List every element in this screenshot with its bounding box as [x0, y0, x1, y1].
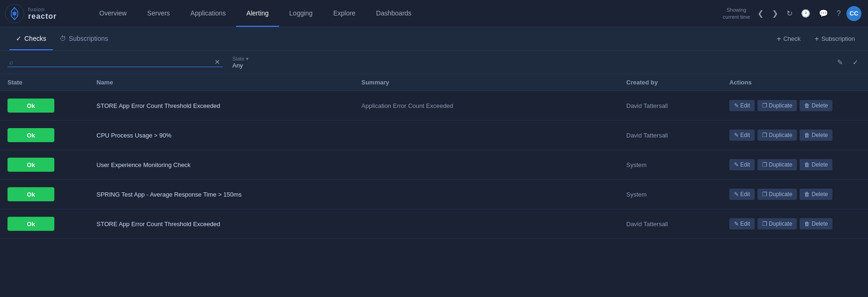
table-row: Ok SPRING Test App - Average Response Ti… — [0, 180, 868, 209]
nav-back-button[interactable]: ❮ — [755, 7, 766, 20]
table-header: State Name Summary Created by Actions — [0, 74, 868, 91]
nav-forward-button[interactable]: ❯ — [769, 7, 781, 20]
history-button[interactable]: 🕑 — [798, 7, 813, 20]
col-header-summary: Summary — [362, 79, 627, 86]
actions-cell-1: ✎ Edit ❐ Duplicate 🗑 Delete — [729, 129, 861, 141]
edit-columns-button[interactable]: ✎ — [835, 56, 845, 69]
filter-bar: ⌕ ✕ State ▾ Any ✎ ✓ — [0, 51, 868, 74]
delete-button-1[interactable]: 🗑 Delete — [800, 129, 832, 141]
nav-item-overview[interactable]: Overview — [89, 0, 137, 27]
add-check-plus-icon: + — [777, 35, 781, 43]
add-subscription-plus-icon: + — [815, 35, 819, 43]
state-badge-3: Ok — [7, 187, 54, 201]
state-badge-4: Ok — [7, 217, 54, 231]
delete-button-4[interactable]: 🗑 Delete — [800, 218, 832, 229]
svg-point-1 — [13, 12, 16, 15]
check-icon: ✓ — [16, 35, 22, 42]
table-row: Ok STORE App Error Count Threshold Excee… — [0, 91, 868, 121]
add-check-button[interactable]: + Check — [773, 32, 804, 46]
tab-checks[interactable]: ✓ Checks — [9, 27, 53, 50]
nav-item-explore[interactable]: Explore — [323, 0, 365, 27]
table-row: Ok User Experience Monitoring Check Syst… — [0, 150, 868, 180]
logo-area: fusion fusion reactor — [5, 4, 89, 23]
filter-bar-right: ✎ ✓ — [835, 56, 861, 69]
actions-cell-2: ✎ Edit ❐ Duplicate 🗑 Delete — [729, 159, 861, 170]
state-cell-2: Ok — [7, 158, 96, 172]
state-filter-label-text: State — [232, 56, 245, 61]
sub-navigation: ✓ Checks ⏱ Subscriptions + Check + Subsc… — [0, 27, 868, 51]
col-header-actions: Actions — [729, 79, 861, 86]
state-filter[interactable]: State ▾ Any — [232, 56, 249, 69]
name-cell-2: User Experience Monitoring Check — [96, 161, 362, 168]
created-cell-2: System — [626, 161, 729, 168]
help-button[interactable]: ? — [834, 8, 844, 20]
edit-button-4[interactable]: ✎ Edit — [729, 218, 755, 229]
nav-item-dashboards[interactable]: Dashboards — [366, 0, 422, 27]
state-cell-1: Ok — [7, 128, 96, 142]
state-cell-4: Ok — [7, 217, 96, 231]
edit-button-1[interactable]: ✎ Edit — [729, 129, 755, 141]
clear-search-button[interactable]: ✕ — [214, 58, 221, 66]
nav-item-logging[interactable]: Logging — [279, 0, 323, 27]
duplicate-button-1[interactable]: ❐ Duplicate — [757, 129, 797, 141]
nav-item-alerting[interactable]: Alerting — [236, 0, 279, 27]
edit-button-0[interactable]: ✎ Edit — [729, 100, 755, 111]
delete-button-2[interactable]: 🗑 Delete — [800, 159, 832, 170]
state-badge-2: Ok — [7, 158, 54, 172]
search-wrapper: ⌕ ✕ — [7, 57, 223, 67]
state-cell-0: Ok — [7, 99, 96, 113]
state-badge-0: Ok — [7, 99, 54, 113]
state-cell-3: Ok — [7, 187, 96, 201]
name-cell-3: SPRING Test App - Average Response Time … — [96, 191, 362, 198]
actions-cell-4: ✎ Edit ❐ Duplicate 🗑 Delete — [729, 218, 861, 229]
name-cell-4: STORE App Error Count Threshold Exceeded — [96, 221, 362, 228]
edit-button-2[interactable]: ✎ Edit — [729, 159, 755, 170]
nav-right-controls: Showing current time ❮ ❯ ↻ 🕑 💬 ? CC — [723, 0, 868, 27]
duplicate-button-0[interactable]: ❐ Duplicate — [757, 100, 797, 111]
chat-button[interactable]: 💬 — [816, 7, 831, 20]
duplicate-button-3[interactable]: ❐ Duplicate — [757, 189, 797, 200]
created-cell-1: David Tattersall — [626, 132, 729, 139]
table-row: Ok STORE App Error Count Threshold Excee… — [0, 209, 868, 239]
user-avatar-button[interactable]: CC — [846, 6, 861, 21]
nav-item-servers[interactable]: Servers — [137, 0, 180, 27]
duplicate-button-4[interactable]: ❐ Duplicate — [757, 218, 797, 229]
col-header-created-by: Created by — [626, 79, 729, 86]
actions-cell-0: ✎ Edit ❐ Duplicate 🗑 Delete — [729, 100, 861, 111]
top-navigation: fusion fusion reactor Overview Servers A… — [0, 0, 868, 27]
refresh-button[interactable]: ↻ — [784, 7, 795, 20]
sub-nav-actions: + Check + Subscription — [773, 32, 859, 46]
delete-button-0[interactable]: 🗑 Delete — [800, 100, 832, 111]
search-input[interactable] — [16, 59, 211, 66]
duplicate-button-2[interactable]: ❐ Duplicate — [757, 159, 797, 170]
name-cell-1: CPU Process Usage > 90% — [96, 132, 362, 139]
state-filter-chevron-icon: ▾ — [246, 56, 249, 62]
created-cell-0: David Tattersall — [626, 102, 729, 109]
delete-button-3[interactable]: 🗑 Delete — [800, 189, 832, 200]
add-subscription-button[interactable]: + Subscription — [811, 32, 859, 46]
edit-button-3[interactable]: ✎ Edit — [729, 189, 755, 200]
tab-subscriptions[interactable]: ⏱ Subscriptions — [53, 27, 115, 50]
showing-current-time: Showing current time — [723, 7, 750, 20]
filter-toggle-button[interactable]: ✓ — [851, 56, 861, 69]
checks-table: State Name Summary Created by Actions Ok… — [0, 74, 868, 239]
created-cell-3: System — [626, 191, 729, 198]
summary-cell-0: Application Error Count Exceeded — [362, 102, 627, 109]
col-header-state: State — [7, 79, 96, 86]
table-row: Ok CPU Process Usage > 90% David Tatters… — [0, 121, 868, 150]
nav-links: Overview Servers Applications Alerting L… — [89, 0, 723, 27]
name-cell-0: STORE App Error Count Threshold Exceeded — [96, 102, 362, 109]
state-badge-1: Ok — [7, 128, 54, 142]
subscriptions-icon: ⏱ — [59, 35, 66, 42]
actions-cell-3: ✎ Edit ❐ Duplicate 🗑 Delete — [729, 189, 861, 200]
fusionreactor-logo-icon: fusion — [5, 4, 24, 23]
created-cell-4: David Tattersall — [626, 221, 729, 228]
sub-nav-tabs: ✓ Checks ⏱ Subscriptions — [9, 27, 115, 50]
search-icon: ⌕ — [9, 58, 13, 66]
nav-item-applications[interactable]: Applications — [180, 0, 237, 27]
col-header-name: Name — [96, 79, 362, 86]
state-filter-value: Any — [232, 62, 249, 69]
